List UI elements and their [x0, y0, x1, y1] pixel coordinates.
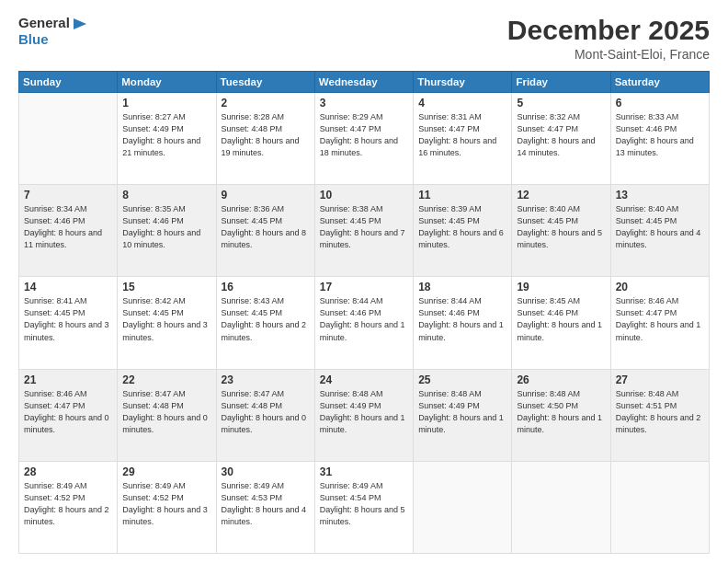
- day-number: 6: [616, 97, 704, 109]
- table-row: 25 Sunrise: 8:48 AM Sunset: 4:49 PM Dayl…: [414, 369, 512, 461]
- day-info: Sunrise: 8:46 AM Sunset: 4:47 PM Dayligh…: [24, 389, 109, 434]
- day-number: 19: [517, 281, 605, 293]
- day-info: Sunrise: 8:41 AM Sunset: 4:45 PM Dayligh…: [24, 296, 109, 341]
- day-number: 29: [122, 465, 210, 478]
- day-number: 16: [222, 281, 310, 293]
- calendar-week-row: 28 Sunrise: 8:49 AM Sunset: 4:52 PM Dayl…: [19, 461, 710, 553]
- day-number: 18: [418, 281, 506, 293]
- day-number: 2: [222, 97, 310, 109]
- table-row: 1 Sunrise: 8:27 AM Sunset: 4:49 PM Dayli…: [118, 93, 216, 185]
- day-info: Sunrise: 8:33 AM Sunset: 4:46 PM Dayligh…: [616, 112, 694, 157]
- table-row: 18 Sunrise: 8:44 AM Sunset: 4:46 PM Dayl…: [414, 277, 512, 369]
- day-info: Sunrise: 8:27 AM Sunset: 4:49 PM Dayligh…: [122, 112, 200, 157]
- day-number: 25: [418, 373, 506, 386]
- day-info: Sunrise: 8:32 AM Sunset: 4:47 PM Dayligh…: [517, 112, 595, 157]
- day-info: Sunrise: 8:36 AM Sunset: 4:45 PM Dayligh…: [222, 204, 307, 249]
- col-thursday: Thursday: [414, 72, 512, 93]
- calendar-table: Sunday Monday Tuesday Wednesday Thursday…: [18, 71, 710, 554]
- table-row: 9 Sunrise: 8:36 AM Sunset: 4:45 PM Dayli…: [216, 185, 314, 277]
- table-row: 28 Sunrise: 8:49 AM Sunset: 4:52 PM Dayl…: [19, 461, 118, 553]
- day-info: Sunrise: 8:48 AM Sunset: 4:49 PM Dayligh…: [320, 389, 405, 434]
- day-info: Sunrise: 8:40 AM Sunset: 4:45 PM Dayligh…: [517, 204, 602, 249]
- calendar-week-row: 21 Sunrise: 8:46 AM Sunset: 4:47 PM Dayl…: [19, 369, 710, 461]
- col-friday: Friday: [512, 72, 610, 93]
- day-number: 3: [320, 97, 408, 109]
- table-row: 29 Sunrise: 8:49 AM Sunset: 4:52 PM Dayl…: [118, 461, 216, 553]
- table-row: 22 Sunrise: 8:47 AM Sunset: 4:48 PM Dayl…: [118, 369, 216, 461]
- table-row: 12 Sunrise: 8:40 AM Sunset: 4:45 PM Dayl…: [512, 185, 610, 277]
- day-info: Sunrise: 8:47 AM Sunset: 4:48 PM Dayligh…: [122, 389, 208, 434]
- table-row: [414, 461, 512, 553]
- table-row: 17 Sunrise: 8:44 AM Sunset: 4:46 PM Dayl…: [314, 277, 413, 369]
- col-wednesday: Wednesday: [314, 72, 413, 93]
- day-number: 17: [320, 281, 408, 293]
- table-row: [19, 93, 118, 185]
- title-block: December 2025 Mont-Saint-Eloi, France: [507, 15, 710, 62]
- day-number: 5: [517, 97, 605, 109]
- day-number: 30: [222, 465, 310, 478]
- table-row: 7 Sunrise: 8:34 AM Sunset: 4:46 PM Dayli…: [19, 185, 118, 277]
- day-info: Sunrise: 8:48 AM Sunset: 4:49 PM Dayligh…: [418, 389, 504, 434]
- table-row: 31 Sunrise: 8:49 AM Sunset: 4:54 PM Dayl…: [314, 461, 413, 553]
- day-info: Sunrise: 8:49 AM Sunset: 4:52 PM Dayligh…: [122, 481, 208, 526]
- day-number: 20: [616, 281, 704, 293]
- day-number: 11: [418, 189, 506, 201]
- logo: General Blue: [18, 15, 88, 49]
- day-info: Sunrise: 8:31 AM Sunset: 4:47 PM Dayligh…: [418, 112, 496, 157]
- day-info: Sunrise: 8:46 AM Sunset: 4:47 PM Dayligh…: [616, 296, 701, 341]
- logo-general-text: General: [18, 15, 70, 30]
- day-info: Sunrise: 8:48 AM Sunset: 4:50 PM Dayligh…: [517, 389, 602, 434]
- calendar-week-row: 14 Sunrise: 8:41 AM Sunset: 4:45 PM Dayl…: [19, 277, 710, 369]
- table-row: 3 Sunrise: 8:29 AM Sunset: 4:47 PM Dayli…: [314, 93, 413, 185]
- table-row: 8 Sunrise: 8:35 AM Sunset: 4:46 PM Dayli…: [118, 185, 216, 277]
- logo-blue-text: Blue: [18, 31, 49, 47]
- table-row: 15 Sunrise: 8:42 AM Sunset: 4:45 PM Dayl…: [118, 277, 216, 369]
- table-row: 10 Sunrise: 8:38 AM Sunset: 4:45 PM Dayl…: [314, 185, 413, 277]
- calendar-week-row: 7 Sunrise: 8:34 AM Sunset: 4:46 PM Dayli…: [19, 185, 710, 277]
- table-row: 19 Sunrise: 8:45 AM Sunset: 4:46 PM Dayl…: [512, 277, 610, 369]
- table-row: 24 Sunrise: 8:48 AM Sunset: 4:49 PM Dayl…: [314, 369, 413, 461]
- day-number: 1: [122, 97, 210, 109]
- day-number: 14: [24, 281, 112, 293]
- table-row: 5 Sunrise: 8:32 AM Sunset: 4:47 PM Dayli…: [512, 93, 610, 185]
- table-row: 30 Sunrise: 8:49 AM Sunset: 4:53 PM Dayl…: [216, 461, 314, 553]
- day-info: Sunrise: 8:34 AM Sunset: 4:46 PM Dayligh…: [24, 204, 102, 249]
- day-info: Sunrise: 8:44 AM Sunset: 4:46 PM Dayligh…: [418, 296, 504, 341]
- table-row: 21 Sunrise: 8:46 AM Sunset: 4:47 PM Dayl…: [19, 369, 118, 461]
- day-info: Sunrise: 8:44 AM Sunset: 4:46 PM Dayligh…: [320, 296, 405, 341]
- day-info: Sunrise: 8:48 AM Sunset: 4:51 PM Dayligh…: [616, 389, 701, 434]
- logo-arrow-icon: [72, 17, 88, 31]
- day-number: 9: [222, 189, 310, 201]
- col-saturday: Saturday: [610, 72, 709, 93]
- col-sunday: Sunday: [19, 72, 118, 93]
- table-row: 20 Sunrise: 8:46 AM Sunset: 4:47 PM Dayl…: [610, 277, 709, 369]
- day-number: 8: [122, 189, 210, 201]
- day-number: 10: [320, 189, 408, 201]
- day-info: Sunrise: 8:49 AM Sunset: 4:52 PM Dayligh…: [24, 481, 109, 526]
- table-row: 13 Sunrise: 8:40 AM Sunset: 4:45 PM Dayl…: [610, 185, 709, 277]
- day-number: 21: [24, 373, 112, 386]
- table-row: 23 Sunrise: 8:47 AM Sunset: 4:48 PM Dayl…: [216, 369, 314, 461]
- col-monday: Monday: [118, 72, 216, 93]
- day-number: 23: [222, 373, 310, 386]
- day-info: Sunrise: 8:49 AM Sunset: 4:53 PM Dayligh…: [222, 481, 307, 526]
- location-title: Mont-Saint-Eloi, France: [507, 47, 710, 62]
- table-row: 14 Sunrise: 8:41 AM Sunset: 4:45 PM Dayl…: [19, 277, 118, 369]
- day-number: 13: [616, 189, 704, 201]
- month-title: December 2025: [507, 15, 710, 45]
- day-info: Sunrise: 8:38 AM Sunset: 4:45 PM Dayligh…: [320, 204, 405, 249]
- day-number: 12: [517, 189, 605, 201]
- day-number: 4: [418, 97, 506, 109]
- table-row: [610, 461, 709, 553]
- table-row: [512, 461, 610, 553]
- table-row: 11 Sunrise: 8:39 AM Sunset: 4:45 PM Dayl…: [414, 185, 512, 277]
- day-info: Sunrise: 8:40 AM Sunset: 4:45 PM Dayligh…: [616, 204, 701, 249]
- table-row: 27 Sunrise: 8:48 AM Sunset: 4:51 PM Dayl…: [610, 369, 709, 461]
- table-row: 6 Sunrise: 8:33 AM Sunset: 4:46 PM Dayli…: [610, 93, 709, 185]
- day-info: Sunrise: 8:49 AM Sunset: 4:54 PM Dayligh…: [320, 481, 405, 526]
- day-number: 26: [517, 373, 605, 386]
- day-info: Sunrise: 8:42 AM Sunset: 4:45 PM Dayligh…: [122, 296, 208, 341]
- day-info: Sunrise: 8:39 AM Sunset: 4:45 PM Dayligh…: [418, 204, 504, 249]
- day-number: 22: [122, 373, 210, 386]
- table-row: 16 Sunrise: 8:43 AM Sunset: 4:45 PM Dayl…: [216, 277, 314, 369]
